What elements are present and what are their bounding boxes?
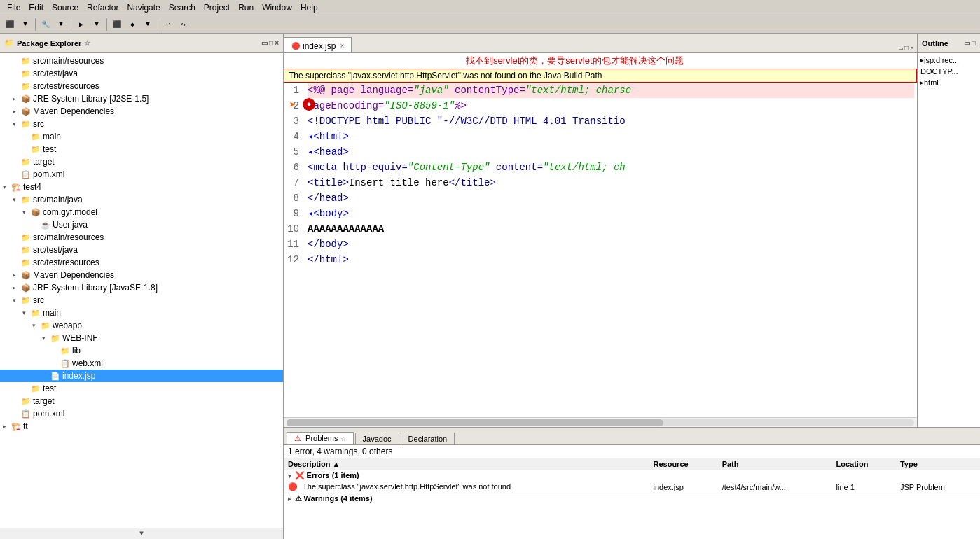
tree-item[interactable]: 📁src/test/java xyxy=(0,67,283,80)
tree-item[interactable]: 📁src/main/resources xyxy=(0,55,283,67)
code-line[interactable]: ◂<head> xyxy=(308,144,914,160)
tree-expand-arrow[interactable]: ▾ xyxy=(13,297,21,304)
code-editor[interactable]: ● ➤ 123456789101112 <%@ page language="j… xyxy=(284,83,917,417)
outline-item[interactable]: ▸ html xyxy=(919,77,979,88)
tree-item[interactable]: ▾📁src xyxy=(0,294,283,307)
scroll-thumb[interactable] xyxy=(287,419,663,426)
code-line[interactable]: </head> xyxy=(308,190,914,206)
code-line[interactable]: AAAAAAAAAAAAA xyxy=(308,221,914,237)
tree-item[interactable]: ▾📁src xyxy=(0,118,283,130)
toolbar-btn-7[interactable]: ⬛ xyxy=(110,18,124,31)
tree-item[interactable]: 📁main xyxy=(0,130,283,143)
outline-maximize[interactable]: □ xyxy=(972,39,976,47)
minimize-icon[interactable]: ▭ xyxy=(261,39,268,47)
toolbar-btn-3[interactable]: 🔧 xyxy=(39,18,53,31)
problems-category-row[interactable]: ▸ ⚠ Warnings (4 items) xyxy=(284,493,980,505)
tree-item[interactable]: 📁lib xyxy=(0,344,283,357)
tree-item[interactable]: ▸📦JRE System Library [JavaSE-1.8] xyxy=(0,281,283,294)
menu-item-project[interactable]: Project xyxy=(200,1,234,14)
code-line[interactable]: <!DOCTYPE html PUBLIC "-//W3C//DTD HTML … xyxy=(308,113,914,129)
outline-item[interactable]: ▸ jsp:direc... xyxy=(919,55,979,66)
tab-ctrl-maximize[interactable]: □ xyxy=(904,45,909,52)
toolbar-btn-9[interactable]: ▼ xyxy=(141,18,155,31)
tree-item[interactable]: ▸📦Maven Dependencies xyxy=(0,105,283,118)
tree-item[interactable]: 📁src/main/resources xyxy=(0,231,283,244)
tree-item[interactable]: 📁src/test/resources xyxy=(0,80,283,92)
tree-expand-arrow[interactable]: ▸ xyxy=(13,272,21,279)
tree-item[interactable]: 📁src/test/java xyxy=(0,244,283,256)
tree-item[interactable]: ▸📦JRE System Library [J2SE-1.5] xyxy=(0,92,283,105)
problems-tab[interactable]: ⚠ Problems ☆ xyxy=(287,432,354,444)
menu-item-help[interactable]: Help xyxy=(296,1,322,14)
col-resource[interactable]: Resource xyxy=(649,458,717,470)
menu-item-source[interactable]: Source xyxy=(48,1,83,14)
tree-item[interactable]: ▸🏗️tt xyxy=(0,420,283,433)
tree-expand-arrow[interactable]: ▾ xyxy=(13,120,21,127)
tab-close-button[interactable]: × xyxy=(340,42,344,50)
toolbar-btn-2[interactable]: ▼ xyxy=(18,18,32,31)
tree-expand-arrow[interactable]: ▾ xyxy=(32,322,41,329)
tree-expand-arrow[interactable]: ▾ xyxy=(13,196,21,203)
code-line[interactable]: ◂<body> xyxy=(308,206,914,221)
tree-item[interactable]: ☕User.java xyxy=(0,218,283,231)
menu-item-search[interactable]: Search xyxy=(165,1,200,14)
code-line[interactable]: ◂<html> xyxy=(308,129,914,144)
toolbar-btn-11[interactable]: ↪ xyxy=(177,18,191,31)
code-line[interactable]: pageEncoding="ISO-8859-1"%> xyxy=(308,98,914,113)
tree-item[interactable]: 📁src/test/resources xyxy=(0,256,283,269)
col-path[interactable]: Path xyxy=(718,458,832,470)
code-line[interactable]: <title>Insert title here</title> xyxy=(308,175,914,190)
javadoc-tab[interactable]: Javadoc xyxy=(355,433,399,444)
editor-tab-index-jsp[interactable]: 🔴 index.jsp × xyxy=(284,37,352,52)
tree-item[interactable]: 📋pom.xml xyxy=(0,407,283,420)
tree-item[interactable]: ▾📁WEB-INF xyxy=(0,332,283,344)
tree-item[interactable]: 📁test xyxy=(0,143,283,155)
toolbar-btn-6[interactable]: ▼ xyxy=(90,18,104,31)
maximize-icon[interactable]: □ xyxy=(269,39,273,47)
tree-item[interactable]: 📄index.jsp xyxy=(0,370,283,382)
code-line[interactable]: <meta http-equiv="Content-Type" content=… xyxy=(308,160,914,175)
tree-item[interactable]: ▾📁main xyxy=(0,307,283,319)
tree-item[interactable]: 📁target xyxy=(0,155,283,168)
col-location[interactable]: Location xyxy=(832,458,896,470)
tree-expand-arrow[interactable]: ▾ xyxy=(22,309,31,316)
tree-expand-arrow[interactable]: ▾ xyxy=(42,335,50,342)
toolbar-btn-8[interactable]: ◆ xyxy=(125,18,139,31)
menu-item-file[interactable]: File xyxy=(3,1,25,14)
horizontal-scrollbar[interactable] xyxy=(284,417,917,427)
scroll-down-arrow[interactable]: ▼ xyxy=(0,528,283,539)
tree-item[interactable]: ▾📁webapp xyxy=(0,319,283,332)
tree-expand-arrow[interactable]: ▸ xyxy=(13,108,21,115)
toolbar-btn-10[interactable]: ↩ xyxy=(161,18,175,31)
tree-item[interactable]: ▸📦Maven Dependencies xyxy=(0,269,283,281)
toolbar-btn-5[interactable]: ▶ xyxy=(74,18,88,31)
code-line[interactable]: </html> xyxy=(308,252,914,267)
menu-item-refactor[interactable]: Refactor xyxy=(83,1,123,14)
category-expand-arrow[interactable]: ▾ xyxy=(288,472,294,479)
tree-expand-arrow[interactable]: ▾ xyxy=(3,183,11,190)
code-lines[interactable]: <%@ page language="java" contentType="te… xyxy=(305,83,917,417)
declaration-tab[interactable]: Declaration xyxy=(401,433,455,444)
tab-ctrl-minimize[interactable]: ▭ xyxy=(899,44,903,52)
tree-item[interactable]: 📁target xyxy=(0,395,283,407)
tree-item[interactable]: 📋pom.xml xyxy=(0,168,283,181)
category-expand-arrow[interactable]: ▸ xyxy=(288,496,294,503)
menu-item-run[interactable]: Run xyxy=(234,1,258,14)
tree-item[interactable]: 📁test xyxy=(0,382,283,395)
toolbar-btn-4[interactable]: ▼ xyxy=(54,18,68,31)
toolbar-btn-1[interactable]: ⬛ xyxy=(3,18,17,31)
menu-item-navigate[interactable]: Navigate xyxy=(123,1,164,14)
menu-item-window[interactable]: Window xyxy=(258,1,296,14)
outline-minimize[interactable]: ▭ xyxy=(964,39,970,47)
tab-ctrl-close[interactable]: × xyxy=(910,45,914,52)
problems-category-row[interactable]: ▾ ❌ Errors (1 item) xyxy=(284,470,980,482)
col-type[interactable]: Type xyxy=(896,458,980,470)
problems-item-row[interactable]: 🔴 The superclass "javax.servlet.http.Htt… xyxy=(284,481,980,493)
tree-item[interactable]: ▾🏗️test4 xyxy=(0,181,283,193)
tree-expand-arrow[interactable]: ▸ xyxy=(3,423,11,430)
outline-item[interactable]: DOCTYP... xyxy=(919,66,979,77)
tree-expand-arrow[interactable]: ▸ xyxy=(13,95,21,102)
tree-expand-arrow[interactable]: ▾ xyxy=(22,209,31,216)
col-description[interactable]: Description xyxy=(284,458,649,470)
tree-item[interactable]: ▾📁src/main/java xyxy=(0,193,283,206)
